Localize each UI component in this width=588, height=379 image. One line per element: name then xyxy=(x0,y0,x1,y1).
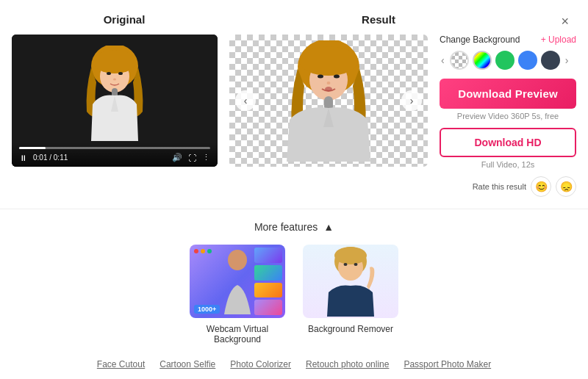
color-swatches-row: ‹ › xyxy=(440,51,576,70)
svg-point-3 xyxy=(107,72,111,75)
video-container: ⏸ 0:01 / 0:11 🔊 ⛶ ⋮ xyxy=(12,35,218,167)
webcam-person xyxy=(215,248,259,314)
swatch-dark[interactable] xyxy=(541,51,560,70)
modal-container: Original Result × xyxy=(0,0,588,379)
svg-point-21 xyxy=(344,263,348,266)
link-photo-colorizer[interactable]: Photo Colorizer xyxy=(230,359,291,369)
result-prev-button[interactable]: ‹ xyxy=(235,90,256,111)
strip-4 xyxy=(254,300,282,315)
dot-red xyxy=(194,249,198,253)
header: Original Result × xyxy=(0,0,588,35)
progress-bar[interactable] xyxy=(19,147,210,149)
link-retouch[interactable]: Retouch photo online xyxy=(306,359,389,369)
svg-point-20 xyxy=(334,247,367,264)
more-features-header: More features ▲ xyxy=(18,221,570,233)
result-next-button[interactable]: › xyxy=(401,90,422,111)
hd-note: Full Video, 12s xyxy=(440,160,576,169)
svg-point-4 xyxy=(118,72,123,75)
singer-original-image xyxy=(71,46,159,156)
progress-fill xyxy=(19,147,46,149)
bgremover-bg xyxy=(303,245,398,318)
svg-point-11 xyxy=(318,74,323,78)
video-controls: ⏸ 0:01 / 0:11 🔊 ⛶ ⋮ xyxy=(12,142,218,167)
bg-change-header: Change Background + Upload xyxy=(440,35,576,45)
result-image xyxy=(259,40,398,162)
strip-1 xyxy=(254,248,282,263)
change-bg-label: Change Background xyxy=(440,35,520,45)
link-cartoon-selfie[interactable]: Cartoon Selfie xyxy=(159,359,215,369)
swatch-rainbow[interactable] xyxy=(473,51,492,70)
result-panel: ‹ xyxy=(229,35,428,167)
svg-point-10 xyxy=(299,46,358,76)
webcam-bg: 1000+ xyxy=(190,245,285,318)
download-hd-button[interactable]: Download HD xyxy=(440,128,576,157)
swatch-transparent[interactable] xyxy=(450,51,469,70)
time-display: 0:01 / 0:11 xyxy=(33,154,68,162)
bottom-links: Face Cutout Cartoon Selfie Photo Coloriz… xyxy=(18,356,570,369)
more-features-section: More features ▲ xyxy=(0,221,588,369)
result-container: ‹ xyxy=(229,35,428,167)
video-panel: ⏸ 0:01 / 0:11 🔊 ⛶ ⋮ xyxy=(12,35,218,167)
dot-yellow xyxy=(201,249,205,253)
main-content: ⏸ 0:01 / 0:11 🔊 ⛶ ⋮ ‹ xyxy=(0,35,588,206)
badge-1000: 1000+ xyxy=(194,305,220,314)
landscape-strips xyxy=(254,248,282,315)
webcam-label: Webcam Virtual Background xyxy=(190,324,285,344)
download-preview-button[interactable]: Download Preview xyxy=(440,79,576,109)
result-label: Result xyxy=(187,13,570,26)
svg-point-12 xyxy=(334,74,340,78)
rate-happy-button[interactable]: 😊 xyxy=(531,176,551,197)
swatch-green[interactable] xyxy=(495,51,514,70)
strip-3 xyxy=(254,283,282,298)
svg-point-5 xyxy=(113,79,116,81)
svg-point-2 xyxy=(93,50,137,73)
strip-2 xyxy=(254,265,282,281)
rate-sad-button[interactable]: 😞 xyxy=(556,176,576,197)
swatch-blue[interactable] xyxy=(518,51,537,70)
features-grid: 1000+ Webcam Virtual Background xyxy=(18,245,570,344)
swatches-prev[interactable]: ‹ xyxy=(440,54,446,66)
more-features-chevron: ▲ xyxy=(323,221,334,233)
preview-note: Preview Video 360P 5s, free xyxy=(440,112,576,120)
pause-icon[interactable]: ⏸ xyxy=(19,154,27,162)
link-face-cutout[interactable]: Face Cutout xyxy=(97,359,145,369)
feature-bg-remover[interactable]: Background Remover xyxy=(303,245,398,344)
feature-webcam[interactable]: 1000+ Webcam Virtual Background xyxy=(190,245,285,344)
svg-point-13 xyxy=(327,82,331,84)
close-button[interactable]: × xyxy=(556,13,573,29)
dot-green xyxy=(207,249,212,253)
volume-icon[interactable]: 🔊 xyxy=(172,153,182,162)
controls-panel: Change Background + Upload ‹ › Download … xyxy=(440,35,576,197)
bgremover-label: Background Remover xyxy=(303,324,398,334)
rate-label: Rate this result xyxy=(473,182,526,191)
bg-remover-person xyxy=(321,247,380,317)
more-icon[interactable]: ⋮ xyxy=(202,153,210,162)
controls-row: ⏸ 0:01 / 0:11 🔊 ⛶ ⋮ xyxy=(19,153,210,162)
svg-point-22 xyxy=(354,263,358,266)
svg-point-17 xyxy=(228,250,247,270)
more-features-label: More features xyxy=(254,221,318,233)
divider xyxy=(0,209,588,209)
rate-row: Rate this result 😊 😞 xyxy=(440,176,576,197)
feature-thumb-bgremover xyxy=(303,245,398,318)
fullscreen-icon[interactable]: ⛶ xyxy=(188,154,196,162)
feature-thumb-webcam: 1000+ xyxy=(190,245,285,318)
swatches-next[interactable]: › xyxy=(564,54,570,66)
link-passport[interactable]: Passport Photo Maker xyxy=(404,359,491,369)
svg-point-14 xyxy=(325,87,332,91)
window-dots xyxy=(194,249,212,253)
upload-label[interactable]: + Upload xyxy=(541,35,576,45)
